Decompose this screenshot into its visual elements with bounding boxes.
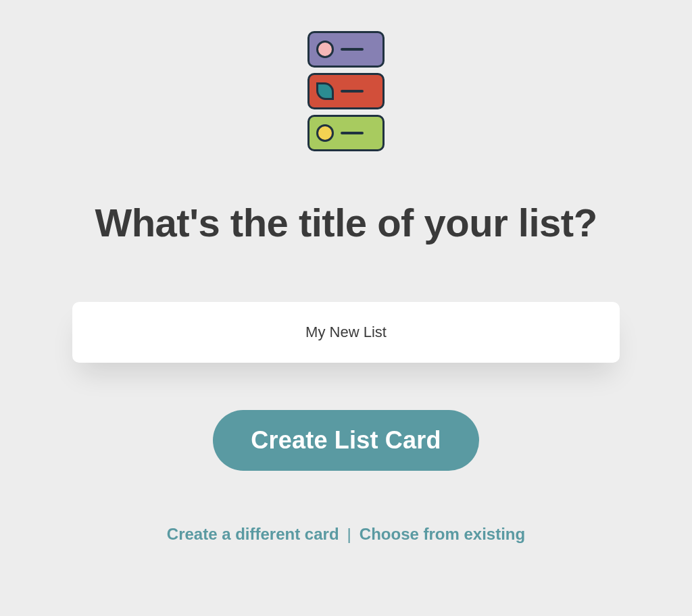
separator: | <box>347 525 351 544</box>
pink-circle-icon <box>316 41 334 58</box>
create-list-dialog: What's the title of your list? Create Li… <box>0 0 692 616</box>
illustration-row-icon <box>307 31 385 68</box>
create-different-card-link[interactable]: Create a different card <box>167 525 339 544</box>
leaf-icon <box>316 82 334 100</box>
line-icon <box>341 132 364 134</box>
line-icon <box>341 48 364 51</box>
line-icon <box>341 90 364 93</box>
create-list-card-button[interactable]: Create List Card <box>213 410 478 471</box>
page-title: What's the title of your list? <box>95 200 597 245</box>
title-input-wrap <box>72 302 620 363</box>
choose-from-existing-link[interactable]: Choose from existing <box>360 525 525 544</box>
list-illustration-icon <box>307 31 385 151</box>
list-title-input[interactable] <box>72 302 620 363</box>
secondary-actions: Create a different card | Choose from ex… <box>167 525 525 544</box>
illustration-row-icon <box>307 115 385 151</box>
yellow-circle-icon <box>316 124 334 142</box>
illustration-row-icon <box>307 73 385 109</box>
